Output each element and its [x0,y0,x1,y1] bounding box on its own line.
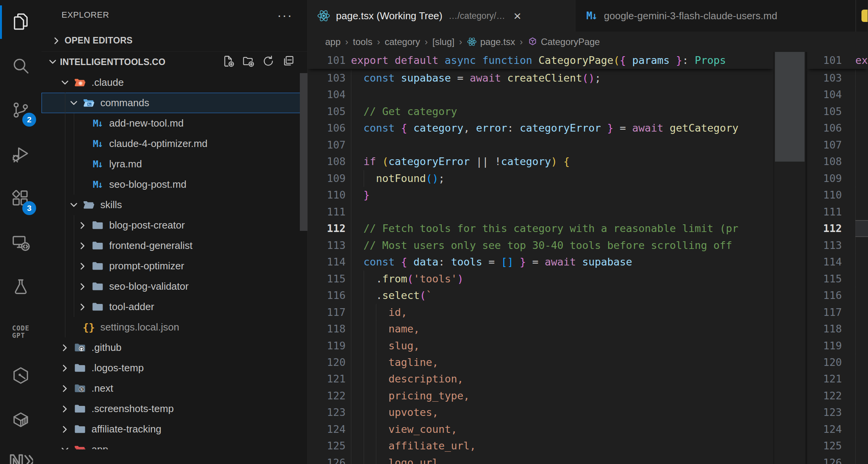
code-line-111[interactable]: 111 [308,204,773,220]
code-line-103[interactable]: 103 const supabase = await createClient(… [308,70,773,87]
code-line-125[interactable]: 125 affiliate_url, [807,437,868,454]
collapse-all-icon[interactable] [282,55,295,69]
breadcrumb-item-page.tsx[interactable]: page.tsx [467,37,515,47]
breadcrumb-item-[slug][interactable]: [slug] [432,37,454,47]
code-line-117[interactable]: 117 id, [308,304,773,321]
diff-modified-pane[interactable]: 103 const supabase = await createClient(… [807,52,868,464]
activitybar-item-search[interactable] [0,44,42,88]
code-line-124[interactable]: 124 view_count, [308,421,773,438]
code-line-108[interactable]: 108 if (categoryError || !category) { [308,153,773,170]
breadcrumb-item-category[interactable]: category [385,37,420,47]
close-icon[interactable]: × [514,10,521,22]
tree-item-.logos-temp[interactable]: .logos-temp [42,358,307,378]
activitybar-item-bottom-partial[interactable] [0,446,42,464]
tree-item-claude-4-optimizer.md[interactable]: M↓claude-4-optimizer.md [42,134,307,154]
code-line-120[interactable]: 120 tagline, [807,354,868,371]
breadcrumb-item-app[interactable]: app [325,37,341,47]
code-line-103[interactable]: 103 const supabase = await createClient(… [807,70,868,87]
code-line-112[interactable]: 112 // Fetch tools for this category wit… [308,220,773,237]
code-line-109[interactable]: 109 notFound(); [807,170,868,187]
new-folder-icon[interactable] [242,55,255,69]
code-line-106[interactable]: 106 const { category, error: categoryErr… [807,120,868,137]
activitybar-item-codegpt[interactable]: CODE GPT [0,310,42,354]
code-line-116[interactable]: 116 .select(` [807,287,868,304]
tree-item-skills[interactable]: skills [42,195,307,215]
activitybar-item-extensions[interactable]: 3 [0,177,42,221]
activitybar-item-explorer[interactable] [0,0,42,44]
code-line-118[interactable]: 118 name, [308,320,773,337]
tree-item-affiliate-tracking[interactable]: affiliate-tracking [42,419,307,439]
code-line-126[interactable]: 126 logo_url, [807,454,868,464]
new-file-icon[interactable] [222,55,235,69]
code-line-105[interactable]: 105 // Get category [308,103,773,120]
more-actions-icon[interactable]: ··· [277,13,293,17]
code-line-106[interactable]: 106 const { category, error: categoryErr… [308,120,773,137]
code-line-110[interactable]: 110 } [807,187,868,204]
code-line-113[interactable]: 113 // Most users only see top 30-40 too… [807,237,868,254]
activitybar-item-source-control[interactable]: 2 [0,88,42,133]
tab-partial[interactable] [856,0,868,32]
tree-item-prompt-optimizer[interactable]: prompt-optimizer [42,256,307,276]
tree-item-settings.local.json[interactable]: {}settings.local.json [42,317,307,337]
tree-item-.screenshots-temp[interactable]: .screenshots-temp [42,399,307,419]
tab-page.tsx (Working Tree)[interactable]: page.tsx (Working Tree)…/category/…× [308,0,575,32]
code-line-115[interactable]: 115 .from('tools') [807,270,868,287]
activitybar-item-remote-explorer[interactable] [0,221,42,265]
code-line-117[interactable]: 117 id, [807,304,868,321]
code-line-121[interactable]: 121 description, [807,371,868,387]
code-line-110[interactable]: 110 } [308,187,773,204]
code-line-121[interactable]: 121 description, [308,371,773,387]
tree-item-commands[interactable]: commands [42,93,307,113]
tree-item-seo-blog-validator[interactable]: seo-blog-validator [42,276,307,297]
tree-item-.github[interactable]: .github [42,337,307,358]
breadcrumb-item-tools[interactable]: tools [353,37,372,47]
code-line-114[interactable]: 114 const { data: tools = [] } = await s… [807,254,868,270]
code-line-107[interactable]: 107 [308,137,773,154]
activitybar-item-ai-assistant[interactable] [0,354,42,398]
code-line-126[interactable]: 126 logo_url, [308,454,773,464]
code-line-118[interactable]: 118 name, [807,320,868,337]
workspace-section-header[interactable]: INTELLIGENTTOOLS.CO [42,52,307,72]
code-line-104[interactable]: 104 [807,86,868,103]
tab-google-gemini-3-flash-claude-users.md[interactable]: M↓google-gemini-3-flash-claude-users.md [575,0,856,32]
tree-item-lyra.md[interactable]: M↓lyra.md [42,154,307,174]
activitybar-item-testing[interactable] [0,265,42,310]
code-line-104[interactable]: 104 [308,86,773,103]
code-line-123[interactable]: 123 upvotes, [807,404,868,421]
code-line-125[interactable]: 125 affiliate_url, [308,437,773,454]
activitybar-item-containers[interactable] [0,398,42,442]
tree-item-.next[interactable]: N.next [42,378,307,399]
code-line-101[interactable]: 101export default async function Categor… [807,52,868,69]
tree-item-tool-adder[interactable]: tool-adder [42,297,307,317]
tree-item-seo-blog-post.md[interactable]: M↓seo-blog-post.md [42,174,307,195]
code-line-122[interactable]: 122 pricing_type, [807,387,868,404]
code-line-124[interactable]: 124 view_count, [807,421,868,438]
tree-item-blog-post-creator[interactable]: blog-post-creator [42,215,307,235]
code-line-101[interactable]: 101export default async function Categor… [308,52,773,69]
code-line-105[interactable]: 105 // Get category [807,103,868,120]
code-line-111[interactable]: 111 [807,204,868,220]
code-line-120[interactable]: 120 tagline, [308,354,773,371]
code-line-116[interactable]: 116 .select(` [308,287,773,304]
tree-item-.claude[interactable]: ✺.claude [42,72,307,93]
code-line-114[interactable]: 114 const { data: tools = [] } = await s… [308,254,773,270]
code-line-113[interactable]: 113 // Most users only see top 30-40 too… [308,237,773,254]
tree-item-frontend-generalist[interactable]: frontend-generalist [42,235,307,256]
editor-scrollbar-slider[interactable] [775,52,805,162]
refresh-icon[interactable] [262,55,275,69]
code-line-119[interactable]: 119 slug, [807,337,868,354]
diff-original-pane[interactable]: 103 const supabase = await createClient(… [308,52,773,464]
tree-item-app[interactable]: app [42,439,307,449]
code-line-108[interactable]: 108 if (categoryError || !category) { [807,153,868,170]
breadcrumb-item-CategoryPage[interactable]: CategoryPage [527,37,600,47]
code-line-119[interactable]: 119 slug, [308,337,773,354]
code-line-123[interactable]: 123 upvotes, [308,404,773,421]
sidebar-scrollbar[interactable] [300,73,308,231]
code-line-122[interactable]: 122 pricing_type, [308,387,773,404]
code-line-107[interactable]: 107 [807,137,868,154]
code-line-109[interactable]: 109 notFound(); [308,170,773,187]
activitybar-item-run-debug[interactable] [0,133,42,177]
tree-item-add-new-tool.md[interactable]: M↓add-new-tool.md [42,113,307,134]
code-line-112[interactable]: 112 // Fetch tools for this category wit… [807,220,868,237]
code-line-115[interactable]: 115 .from('tools') [308,270,773,287]
